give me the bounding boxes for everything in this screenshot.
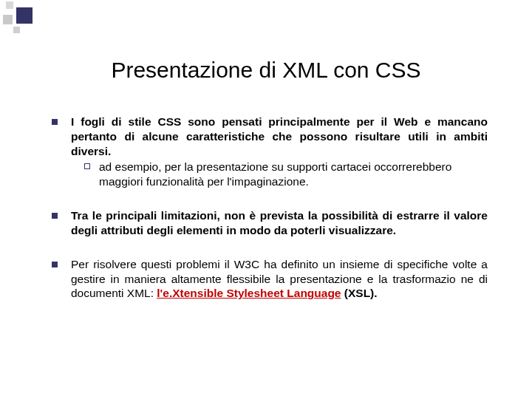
corner-decoration bbox=[0, 0, 37, 37]
bullet-3: Per risolvere questi problemi il W3C ha … bbox=[52, 257, 488, 301]
slide-title: Presentazione di XML con CSS bbox=[0, 58, 532, 83]
slide-content: I fogli di stile CSS sono pensati princi… bbox=[52, 115, 488, 320]
bullet-icon bbox=[52, 262, 58, 267]
bullet-3-text: Per risolvere questi problemi il W3C ha … bbox=[71, 257, 488, 301]
sub-bullet-icon bbox=[84, 163, 90, 169]
bullet-3-highlight: l'e.Xtensible Stylesheet Language bbox=[157, 287, 341, 299]
bullet-1-text: I fogli di stile CSS sono pensati princi… bbox=[71, 115, 488, 158]
sub-bullet-1-text: ad esempio, per la presentazione su supp… bbox=[99, 160, 488, 189]
bullet-2: Tra le principali limitazioni, non è pre… bbox=[52, 208, 488, 238]
bullet-icon bbox=[52, 213, 58, 219]
bullet-1: I fogli di stile CSS sono pensati princi… bbox=[52, 115, 488, 189]
sub-bullet-1: ad esempio, per la presentazione su supp… bbox=[84, 160, 488, 189]
bullet-2-text: Tra le principali limitazioni, non è pre… bbox=[71, 208, 488, 238]
bullet-3-post: (XSL). bbox=[341, 287, 378, 299]
bullet-icon bbox=[52, 119, 58, 125]
